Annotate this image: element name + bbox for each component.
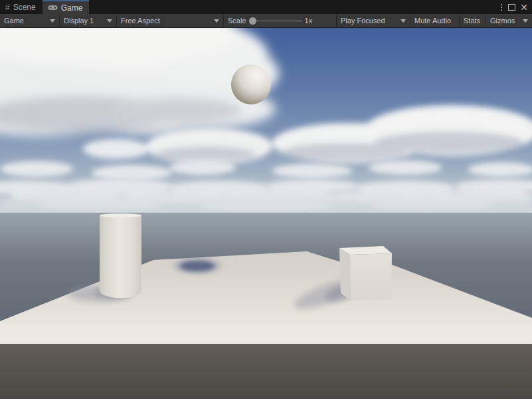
unity-game-window: # Scene Game ✕ Game Display 1 (0, 0, 532, 399)
mute-audio-button[interactable]: Mute Audio (410, 14, 460, 27)
scale-label: Scale (228, 17, 246, 25)
gizmos-label: Gizmos (490, 17, 515, 25)
play-focused-dropdown[interactable]: Play Focused (337, 14, 410, 27)
chevron-down-icon (523, 19, 528, 23)
close-icon[interactable]: ✕ (520, 3, 528, 12)
chevron-down-icon (214, 19, 219, 23)
gizmos-dropdown[interactable]: Gizmos (486, 14, 532, 27)
window-controls: ✕ (499, 0, 532, 14)
display-label: Display 1 (64, 17, 94, 25)
maximize-icon[interactable] (508, 4, 515, 11)
stats-button[interactable]: Stats (460, 14, 486, 27)
tab-scene[interactable]: # Scene (0, 0, 43, 14)
chevron-down-icon (400, 19, 406, 23)
kebab-menu-icon[interactable] (499, 3, 503, 12)
horizon-line (0, 211, 532, 213)
tab-bar-spacer (89, 0, 499, 14)
chevron-down-icon (50, 19, 55, 23)
view-menu-dropdown[interactable]: Game (0, 14, 60, 27)
scale-slider-knob[interactable] (249, 17, 256, 25)
scale-value: 1x (305, 17, 313, 25)
tab-game-label: Game (61, 3, 83, 13)
scale-slider-track (254, 21, 302, 21)
view-menu-label: Game (4, 17, 24, 25)
display-dropdown[interactable]: Display 1 (60, 14, 117, 27)
scale-slider[interactable] (249, 14, 302, 28)
ground (0, 344, 532, 399)
tab-game[interactable]: Game (43, 0, 90, 14)
tab-scene-label: Scene (13, 3, 36, 12)
cube-left-face (339, 248, 351, 301)
scale-control: Scale 1x (224, 14, 337, 27)
game-viewport[interactable] (0, 28, 532, 399)
rendered-scene (0, 28, 532, 399)
mute-audio-label: Mute Audio (414, 17, 451, 25)
cube-front-face (350, 253, 392, 301)
sphere (231, 65, 271, 104)
stats-label: Stats (464, 17, 480, 25)
game-view-toolbar: Game Display 1 Free Aspect Scale 1x Play… (0, 14, 532, 28)
aspect-ratio-dropdown[interactable]: Free Aspect (117, 14, 224, 27)
cube (339, 246, 392, 301)
play-focused-label: Play Focused (341, 17, 385, 25)
grid-icon: # (5, 3, 10, 11)
cylinder (100, 213, 141, 298)
gamepad-icon (48, 4, 58, 12)
sphere-shadow (173, 259, 221, 273)
tab-bar: # Scene Game ✕ (0, 0, 532, 14)
aspect-label: Free Aspect (121, 17, 160, 25)
chevron-down-icon (107, 19, 112, 23)
